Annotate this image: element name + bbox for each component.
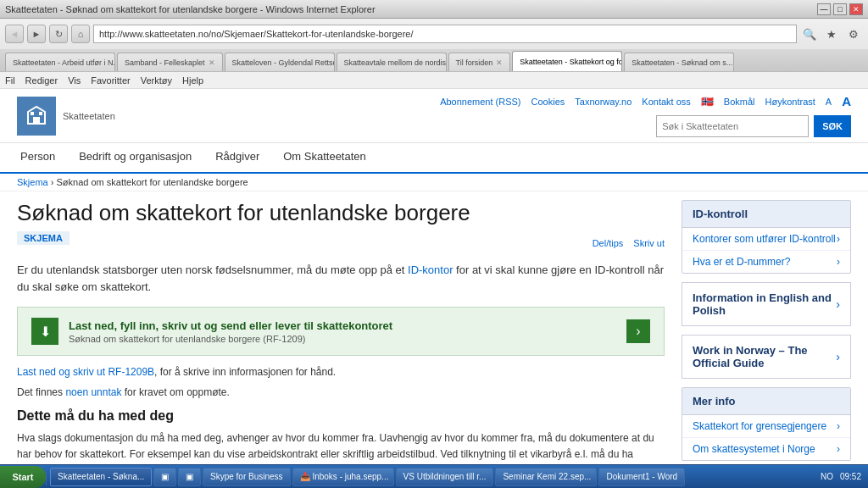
content-area: Søknad om skattekort for utenlandske bor… — [0, 191, 868, 465]
download-arrow: › — [626, 319, 650, 343]
menu-fil[interactable]: Fil — [5, 75, 15, 86]
page-intro: Er du utenlandsk statsborger uten norsk … — [17, 262, 665, 295]
download-box[interactable]: ⬇ Last ned, fyll inn, skriv ut og send e… — [17, 307, 665, 356]
sidebar-item-skattesys[interactable]: Om skattesystemet i Norge › — [682, 438, 850, 460]
sidebar-box-english-content: Information in English and Polish › — [682, 283, 850, 325]
forward-button[interactable]: ► — [27, 25, 46, 43]
title-bar-text: Skatteetaten - Søknad om skattekort for … — [5, 4, 376, 14]
arrow-icon-norway: › — [836, 350, 840, 363]
minimize-button[interactable]: — — [817, 3, 831, 15]
menu-vis[interactable]: Vis — [68, 75, 81, 86]
contact-link[interactable]: Kontakt oss — [642, 97, 690, 107]
download-text: Last ned, fyll inn, skriv ut og send ell… — [69, 319, 616, 344]
tab-2[interactable]: Samband - Felleskaplet ✕ — [117, 53, 223, 71]
refresh-button[interactable]: ↻ — [49, 25, 68, 43]
sidebar-item-kontorer[interactable]: Kontorer som utfører ID-kontroll › — [682, 228, 850, 251]
chevron-icon-4: › — [837, 443, 840, 455]
sidebar: ID-kontroll Kontorer som utfører ID-kont… — [682, 191, 851, 465]
site-logo: Skatteetaten — [17, 97, 115, 136]
menu-bar: Fil Rediger Vis Favoritter Verktøy Hjelp — [0, 72, 868, 89]
tab-7[interactable]: Skatteetaten - Søknad om s... ✕ — [624, 53, 734, 71]
sidebar-item-d-nummer[interactable]: Hva er et D-nummer? › — [682, 251, 850, 273]
nav-radgiver[interactable]: Rådgiver — [212, 143, 263, 172]
tab-1[interactable]: Skatteetaten - Arbeid utfør i N... ✕ — [5, 53, 115, 71]
nav-person[interactable]: Person — [17, 143, 58, 172]
title-bar-controls: — □ ✕ — [817, 3, 863, 15]
nav-bedrift[interactable]: Bedrift og organisasjon — [75, 143, 195, 172]
rf1209b-link[interactable]: Last ned og skriv ut RF-1209B — [17, 366, 154, 378]
font-small[interactable]: A — [826, 97, 832, 107]
search-button[interactable]: SØK — [814, 115, 851, 137]
back-button[interactable]: ◄ — [5, 25, 24, 43]
browser-chrome: ◄ ► ↻ ⌂ http://www.skatteetaten.no/no/Sk… — [0, 19, 868, 72]
address-bar[interactable]: http://www.skatteetaten.no/no/Skjemaer/S… — [93, 25, 797, 43]
taskbar-item-1[interactable]: ▣ — [153, 468, 176, 486]
browser-nav: ◄ ► ↻ ⌂ http://www.skatteetaten.no/no/Sk… — [0, 19, 868, 49]
breadcrumb: Skjema › Søknad om skattekort for utenla… — [0, 174, 868, 191]
svg-rect-2 — [39, 112, 42, 115]
section-body: Hva slags dokumentasjon du må ha med deg… — [17, 430, 665, 465]
download-subtitle: Søknad om skattekort for utenlandske bor… — [69, 334, 616, 344]
menu-hjelp[interactable]: Hjelp — [182, 75, 203, 86]
site-header: Skatteetaten Abonnement (RSS) Cookies Ta… — [0, 89, 868, 143]
start-button[interactable]: Start — [0, 466, 46, 488]
tab-6[interactable]: Skatteetaten - Skattekort og fo... ✕ — [512, 51, 622, 71]
svg-rect-1 — [31, 112, 34, 115]
sidebar-item-grensegj[interactable]: Skattekort for grensegjengere › — [682, 415, 850, 438]
font-large[interactable]: A — [842, 94, 851, 108]
taxnorway-link[interactable]: Taxnorway.no — [575, 97, 632, 107]
download-icon: ⬇ — [31, 318, 58, 345]
tools-icon[interactable]: ⚙ — [844, 25, 863, 43]
section-title: Dette må du ha med deg — [17, 408, 665, 424]
main-nav: Person Bedrift og organisasjon Rådgiver … — [0, 143, 868, 174]
rss-link[interactable]: Abonnement (RSS) — [440, 97, 520, 107]
close-button[interactable]: ✕ — [849, 3, 863, 15]
lang-selector[interactable]: Bokmål — [724, 97, 755, 107]
tab-close-2[interactable]: ✕ — [209, 58, 215, 67]
chevron-icon-3: › — [837, 420, 840, 432]
logo-text: Skatteetaten — [63, 111, 115, 121]
extra-links: Last ned og skriv ut RF-1209B, for å skr… — [17, 366, 665, 378]
taskbar-item-skype[interactable]: Skype for Business — [203, 468, 291, 486]
taskbar: Start Skatteetaten - Søkna... ▣ ▣ Skype … — [0, 464, 868, 488]
exception-link: Det finnes noen unntak for kravet om opp… — [17, 386, 665, 398]
header-links: Abonnement (RSS) Cookies Taxnorway.no Ko… — [440, 94, 851, 108]
exceptions-link[interactable]: noen unntak — [65, 386, 121, 398]
print-link[interactable]: Skriv ut — [633, 238, 665, 248]
sidebar-box-work-norway[interactable]: Work in Norway – The Official Guide › — [682, 335, 851, 379]
cookies-link[interactable]: Cookies — [531, 97, 565, 107]
tab-5[interactable]: Til forsiden ✕ — [448, 53, 511, 71]
title-bar: Skatteetaten - Søknad om skattekort for … — [0, 0, 868, 19]
taskbar-item-word[interactable]: Dokument1 - Word — [598, 468, 685, 486]
taskbar-item-0[interactable]: Skatteetaten - Søkna... — [50, 468, 152, 486]
tab-3[interactable]: Skatteloven - Gyldendal Rettsd... ✕ — [225, 53, 335, 71]
svg-rect-0 — [33, 117, 40, 124]
search-box: SØK — [656, 115, 851, 137]
nav-om[interactable]: Om Skatteetaten — [280, 143, 370, 172]
id-kontor-link[interactable]: ID-kontor — [408, 263, 453, 276]
sidebar-box-id-title: ID-kontroll — [682, 201, 850, 228]
home-button[interactable]: ⌂ — [71, 25, 90, 43]
taskbar-items: Skatteetaten - Søkna... ▣ ▣ Skype for Bu… — [47, 468, 814, 486]
share-link[interactable]: Del/tips — [593, 238, 624, 248]
search-input[interactable] — [656, 115, 809, 137]
sidebar-box-english[interactable]: Information in English and Polish › — [682, 282, 851, 326]
taskbar-item-2[interactable]: ▣ — [178, 468, 201, 486]
maximize-button[interactable]: □ — [833, 3, 847, 15]
menu-rediger[interactable]: Rediger — [25, 75, 58, 86]
high-contrast-link[interactable]: Høykontrast — [765, 97, 815, 107]
nav-right: 🔍 ★ ⚙ — [800, 25, 863, 43]
tab-close-5[interactable]: ✕ — [496, 58, 503, 67]
menu-favoritter[interactable]: Favoritter — [91, 75, 130, 86]
taskbar-item-vs[interactable]: VS Utbildningen till r... — [396, 468, 494, 486]
taskbar-item-seminar[interactable]: Seminar Kemi 22.sep... — [495, 468, 597, 486]
tab-4[interactable]: Skatteavtale mellom de nordis... ✕ — [337, 53, 447, 71]
menu-verktoy[interactable]: Verktøy — [141, 75, 172, 86]
favorites-icon[interactable]: ★ — [822, 25, 841, 43]
main-content: Søknad om skattekort for utenlandske bor… — [17, 191, 665, 465]
search-icon[interactable]: 🔍 — [800, 25, 819, 43]
sidebar-box-mer-info: Mer info Skattekort for grensegjengere ›… — [682, 387, 851, 461]
logo-icon — [17, 97, 56, 136]
breadcrumb-home[interactable]: Skjema — [17, 177, 48, 187]
taskbar-item-inbox[interactable]: 📥 Inboks - juha.sepp... — [292, 468, 394, 486]
